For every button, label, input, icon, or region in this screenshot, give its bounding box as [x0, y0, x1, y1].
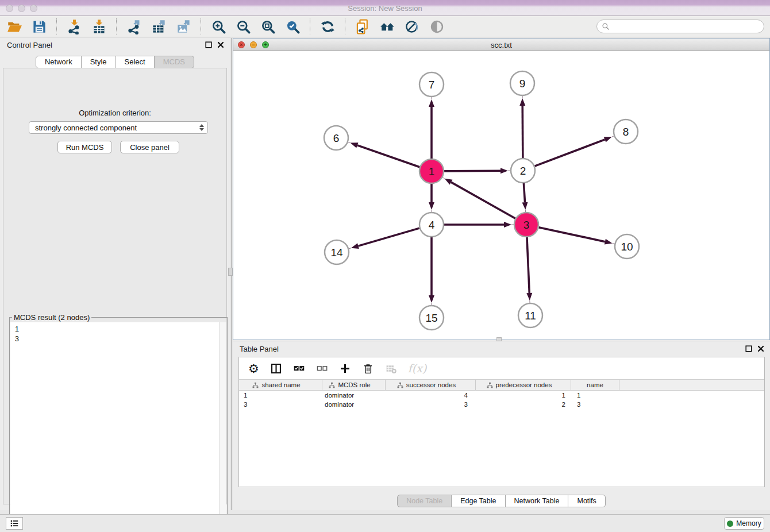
zoom-fit-button[interactable]: [259, 18, 276, 35]
cell[interactable]: 1: [239, 392, 322, 399]
cell[interactable]: 2: [476, 401, 571, 408]
tab-motifs[interactable]: Motifs: [568, 495, 605, 507]
memory-status-icon: [727, 521, 733, 527]
zoom-in-button[interactable]: [210, 18, 227, 35]
edge-3-1[interactable]: [442, 177, 515, 218]
cell[interactable]: 1: [571, 392, 619, 399]
delete-column-button[interactable]: [362, 361, 374, 376]
export-network-icon: [126, 19, 142, 34]
edge-4-14[interactable]: [348, 228, 419, 249]
export-table-button[interactable]: [150, 18, 167, 35]
save-session-button[interactable]: [30, 18, 48, 35]
cell[interactable]: dominator: [322, 392, 386, 399]
node-7[interactable]: 7: [419, 72, 444, 97]
tab-mcds[interactable]: MCDS: [155, 56, 194, 68]
cell[interactable]: 3: [386, 401, 476, 408]
refresh-view-button[interactable]: [319, 18, 336, 35]
column-label: shared name: [261, 381, 300, 388]
edge-2-3[interactable]: [522, 183, 528, 213]
cell[interactable]: 3: [239, 401, 322, 408]
add-column-button[interactable]: [339, 361, 351, 376]
edge-4-15[interactable]: [429, 237, 434, 306]
tree-icon: [252, 382, 259, 388]
table-settings-gear-button[interactable]: ⚙: [248, 361, 259, 376]
close-panel-icon[interactable]: [217, 41, 224, 48]
column-header-name[interactable]: name: [571, 380, 619, 390]
edge-1-6[interactable]: [348, 142, 419, 167]
control-panel-header: Control Panel: [0, 38, 230, 53]
mcds-result-title: MCDS result (2 nodes): [12, 313, 91, 322]
edge-1-2[interactable]: [444, 168, 511, 174]
duplicate-network-button[interactable]: [354, 18, 371, 35]
node-1[interactable]: 1: [419, 159, 444, 183]
table-row[interactable]: 1dominator411: [239, 391, 764, 400]
edge-2-9[interactable]: [519, 95, 525, 158]
horizontal-splitter-grip[interactable]: [496, 337, 502, 341]
search-box[interactable]: [596, 20, 764, 33]
export-image-button[interactable]: [175, 18, 192, 35]
zoom-in-icon: [211, 19, 226, 34]
run-mcds-button[interactable]: Run MCDS: [57, 141, 112, 153]
node-11[interactable]: 11: [518, 303, 542, 327]
node-8[interactable]: 8: [614, 119, 638, 144]
import-network-button[interactable]: [66, 18, 83, 35]
node-label-8: 8: [623, 126, 629, 138]
import-table-button[interactable]: [90, 18, 107, 35]
vertical-splitter[interactable]: [230, 38, 232, 510]
memory-button[interactable]: Memory: [724, 517, 764, 530]
node-4[interactable]: 4: [419, 213, 444, 237]
tab-node-table[interactable]: Node Table: [397, 495, 452, 507]
edge-1-7[interactable]: [429, 97, 434, 159]
node-10[interactable]: 10: [615, 234, 639, 259]
splitter-grip[interactable]: [228, 268, 233, 276]
toggle-column-visibility-button[interactable]: [270, 361, 282, 376]
tab-select[interactable]: Select: [116, 56, 155, 68]
home-button[interactable]: [379, 18, 396, 35]
edge-3-11[interactable]: [526, 237, 532, 303]
mcds-result-list[interactable]: 13: [10, 322, 226, 531]
column-header-mcds-role[interactable]: MCDS role: [322, 380, 386, 390]
column-header-predecessor-nodes[interactable]: predecessor nodes: [476, 380, 571, 390]
node-14[interactable]: 14: [325, 240, 349, 264]
deselect-all-rows-button[interactable]: [316, 361, 328, 376]
close-panel-button[interactable]: Close panel: [120, 141, 179, 153]
select-all-rows-button[interactable]: [293, 361, 305, 376]
zoom-out-button[interactable]: [234, 18, 252, 35]
edge-2-8[interactable]: [535, 136, 615, 166]
edge-3-10[interactable]: [538, 228, 615, 245]
node-15[interactable]: 15: [419, 306, 444, 330]
tab-network[interactable]: Network: [36, 56, 82, 68]
cell[interactable]: 3: [571, 401, 619, 408]
close-table-panel-icon[interactable]: [757, 345, 764, 352]
node-label-10: 10: [621, 241, 633, 253]
tab-style[interactable]: Style: [82, 56, 116, 68]
zoom-selected-button[interactable]: [284, 18, 301, 35]
result-scrollbar[interactable]: [219, 322, 226, 531]
tab-network-table[interactable]: Network Table: [506, 495, 569, 507]
table-panel-title: Table Panel: [240, 345, 279, 353]
optimization-criterion-select[interactable]: strongly connected component: [29, 121, 208, 134]
result-line: 1: [10, 325, 226, 334]
edge-1-4[interactable]: [429, 184, 434, 213]
cell[interactable]: dominator: [322, 401, 386, 408]
node-6[interactable]: 6: [324, 126, 348, 150]
eye-slash-button[interactable]: [403, 18, 421, 35]
cell[interactable]: 4: [386, 392, 476, 399]
column-header-successor-nodes[interactable]: successor nodes: [386, 380, 476, 390]
column-header-shared-name[interactable]: shared name: [239, 380, 322, 390]
node-2[interactable]: 2: [511, 159, 535, 183]
node-9[interactable]: 9: [510, 71, 534, 95]
float-panel-icon[interactable]: [205, 41, 212, 48]
cell[interactable]: 1: [476, 392, 571, 399]
open-session-button[interactable]: [6, 18, 23, 35]
graph-canvas[interactable]: 7968124314101511: [233, 51, 769, 340]
select-stepper-icon: [199, 124, 204, 131]
node-3[interactable]: 3: [514, 213, 538, 237]
export-network-button[interactable]: [125, 18, 143, 35]
search-input[interactable]: [613, 22, 759, 32]
tab-edge-table[interactable]: Edge Table: [452, 495, 505, 507]
float-table-panel-icon[interactable]: [745, 345, 752, 352]
task-history-button[interactable]: [6, 517, 23, 530]
table-row[interactable]: 3dominator323: [239, 400, 764, 409]
edge-4-3[interactable]: [444, 222, 514, 228]
